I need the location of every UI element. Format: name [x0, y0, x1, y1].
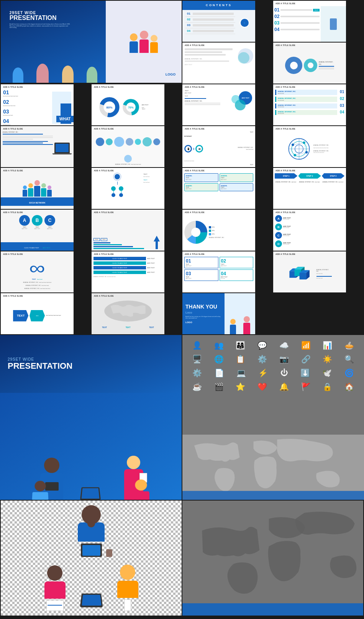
loco-label: Loco: [185, 311, 223, 314]
slide-label-2: ADD A TITLE SLIDE: [185, 44, 205, 46]
slide-label-11: ADD A TITLE SLIDE: [275, 128, 295, 130]
bottom-right-col: 👤 👥 👨‍👩‍👧 💬 ☁️ 📶 📊 🥧 🖥️ 🌐 📋 ⚙️ 📷 🔗 ☀️ 🔍: [182, 335, 364, 500]
svg-rect-31: [182, 603, 363, 616]
slide-label-16: ADD A TITLE SLIDE: [3, 211, 23, 213]
bottom-large-blue[interactable]: 29SET WIDE PRESENTATION: [0, 335, 182, 500]
icon-monitor: 🖥️: [192, 355, 202, 364]
slide-pie-chart[interactable]: ADD A TITLE SLIDE 25%: [182, 210, 255, 251]
slide-label-10: ADD A TITLE SLIDE: [185, 128, 205, 130]
slide-label-14: ADD A TITLE SLIDE: [185, 169, 205, 172]
icon-search: 🔍: [344, 355, 354, 364]
what-tag: WHAT: [56, 116, 74, 122]
svg-point-11: [305, 151, 308, 154]
slide-label-3: ADD A TITLE SLIDE: [275, 44, 295, 46]
icon-doc: 📄: [215, 368, 224, 378]
slide-label-20: ADD A TITLE SLIDE: [3, 253, 23, 255]
slide-thank-you[interactable]: THANK YOU Loco Asadal has been running o…: [182, 293, 255, 334]
slide-social-network[interactable]: ADD A TITLE SLIDE: [1, 168, 74, 209]
slide-chevrons[interactable]: ADD A TITLE SLIDE TEXT text text text te…: [1, 293, 74, 334]
add-text-label: ADD TEXT: [43, 247, 50, 249]
slide-label-17: ADD A TITLE SLIDE: [94, 211, 114, 213]
icon-laptop: 💻: [236, 368, 246, 378]
icon-link: 🔗: [301, 355, 311, 364]
icon-home: 🏠: [344, 382, 354, 391]
svg-point-17: [191, 228, 200, 237]
slide-label-9: ADD A TITLE SLIDE: [94, 128, 114, 130]
slide-network-bubbles[interactable]: ADD A TITLE SLIDE ASADAL INTERNET, INC. …: [92, 126, 164, 167]
social-network-label: SOCIA NETWORK: [29, 202, 46, 204]
icon-signal: 📶: [301, 341, 311, 350]
icon-heart: ❤️: [257, 382, 267, 391]
slide-contents[interactable]: CONTENTS 01 02 03 04 👤: [182, 1, 255, 42]
world-map-section: [182, 435, 364, 500]
svg-rect-29: [182, 491, 364, 500]
slide-label-6: ADD A TITLE SLIDE: [185, 86, 205, 88]
icon-camera: 📷: [279, 355, 289, 364]
checker-people-slide: [1, 501, 182, 616]
slide-gears[interactable]: ADD A TITLE SLIDE ASADAL INTERNET, INC.: [273, 43, 346, 84]
slide-label-18: ADD A TITLE SLIDE: [185, 211, 205, 213]
slide-device[interactable]: ADD A TITLE SLIDE ASADAL INTERNET, INC.: [1, 126, 74, 167]
slide-label-25: ADD A TITLE SLIDE: [94, 295, 114, 297]
slide-timeline[interactable]: ADD A TITLE SLIDE ASADAL INTERNET, INC. …: [273, 84, 346, 125]
slide-steps-arrows[interactable]: ADD A TITLE SLIDE STEP 1 STEP 2 STEP 3 A…: [273, 168, 346, 209]
slide-label-8: ADD A TITLE SLIDE: [3, 128, 23, 130]
slide-circles-text[interactable]: ADD A TITLE SLIDE ADD TEXT TEXT ADD TEXT…: [182, 84, 255, 125]
logo-label: LOGO: [166, 72, 176, 76]
icon-download: ⬇️: [300, 368, 310, 378]
click-to-add-label: CLICK TO ADD TEXT: [24, 247, 39, 249]
icon-person: 👤: [192, 341, 202, 350]
svg-rect-24: [299, 273, 306, 279]
bottom-dark-map: [182, 501, 363, 616]
logo-bottom: LOGO: [185, 321, 223, 323]
slide-donut-chart[interactable]: ADD A TITLE SLIDE 80% 70%: [92, 84, 164, 125]
slide-abc-circles[interactable]: ADD A TITLE SLIDE A TEXT ADD TEXT B TEXT…: [1, 210, 74, 251]
slide-label-24: ADD A TITLE SLIDE: [3, 295, 23, 297]
icon-star: ⭐: [236, 382, 245, 391]
icon-bolt: ⚡: [258, 368, 268, 378]
slide-numbered-what[interactable]: ADD A TITLE SLIDE 01 text text text text…: [1, 84, 74, 125]
icon-power: ⏻: [280, 368, 288, 378]
slide-label-5: ADD A TITLE SLIDE: [94, 86, 114, 88]
slide-decorative-circles[interactable]: ADD A TITLE SLIDE ASADAL INTERNET, INC. …: [182, 43, 255, 84]
icon-globe: 🌐: [214, 355, 224, 364]
icon-bell: 🔔: [279, 382, 289, 391]
icon-group: 👨‍👩‍👧: [236, 341, 245, 350]
slide-label-19: ADD A TITLE SLIDE: [275, 211, 295, 213]
slide-label-7: ADD A TITLE SLIDE: [275, 86, 295, 88]
slide-label-4: ADD A TITLE SLIDE: [3, 86, 23, 88]
slide-label-1: ADD A TITLE SLIDE: [275, 2, 295, 5]
slide-3d-boxes[interactable]: ADD A TITLE SLIDE: [273, 251, 346, 292]
icon-sun: ☀️: [323, 355, 332, 364]
icon-fan: 🌀: [344, 368, 354, 378]
icon-people: 👥: [214, 341, 224, 350]
icon-settings: ⚙️: [257, 355, 267, 364]
slide-label-13: ADD A TITLE SLIDE: [94, 169, 114, 172]
slide-text-rows[interactable]: ADD A TITLE SLIDE CLICK TO ADD TEXT ADD …: [92, 251, 164, 292]
slide-hierarchy[interactable]: ADD A TITLE SLIDE: [92, 168, 164, 209]
bottom-checker-row: [0, 500, 364, 616]
icon-bird: 🕊️: [322, 368, 332, 378]
slide-arrow-up[interactable]: ADD A TITLE SLIDE TEXT TEXT: [92, 210, 164, 251]
slide-textboxes[interactable]: ADD A TITLE SLIDE ASADAL TEXT ADD TEXT A…: [182, 168, 255, 209]
slide-infinity[interactable]: ADD A TITLE SLIDE ∞ TEXT text text ASADA…: [1, 251, 74, 292]
icon-clipboard: 📋: [236, 355, 245, 364]
slides-grid: 29SET WIDE PRESENTATION Asadal has been …: [0, 0, 364, 335]
slide-label-21: ADD A TITLE SLIDE: [94, 253, 114, 255]
slide-wifi-device[interactable]: ADD A TITLE SLIDE INTERNET 📱: [182, 126, 255, 167]
icon-flag: 🚩: [301, 382, 311, 391]
contents-title: CONTENTS: [206, 3, 232, 7]
icon-lock: 🔒: [323, 382, 332, 391]
bottom-section: 29SET WIDE PRESENTATION: [0, 335, 364, 500]
slide-abcd[interactable]: ADD A TITLE SLIDE A B C D ADD TEXT text …: [273, 210, 346, 251]
slide-world-map[interactable]: ADD A TITLE SLIDE TEXT TEXT TEXT: [92, 293, 164, 334]
icon-gear: ⚙️: [192, 368, 202, 378]
slide-numbered-right[interactable]: ADD A TITLE SLIDE 01TEXT 02 03 04: [273, 1, 346, 42]
slide-label-23: ADD A TITLE SLIDE: [275, 253, 295, 255]
slide-01234[interactable]: ADD A TITLE SLIDE 01 TEXT ADD TEXT 02 TE…: [182, 251, 255, 292]
icon-pie: 🥧: [344, 341, 354, 350]
icon-chat: 💬: [257, 341, 267, 350]
slide-globe[interactable]: ADD A TITLE SLIDE: [273, 126, 346, 167]
slide-title-main[interactable]: 29SET WIDE PRESENTATION Asadal has been …: [1, 1, 182, 83]
thank-you-title: THANK YOU: [185, 304, 223, 310]
